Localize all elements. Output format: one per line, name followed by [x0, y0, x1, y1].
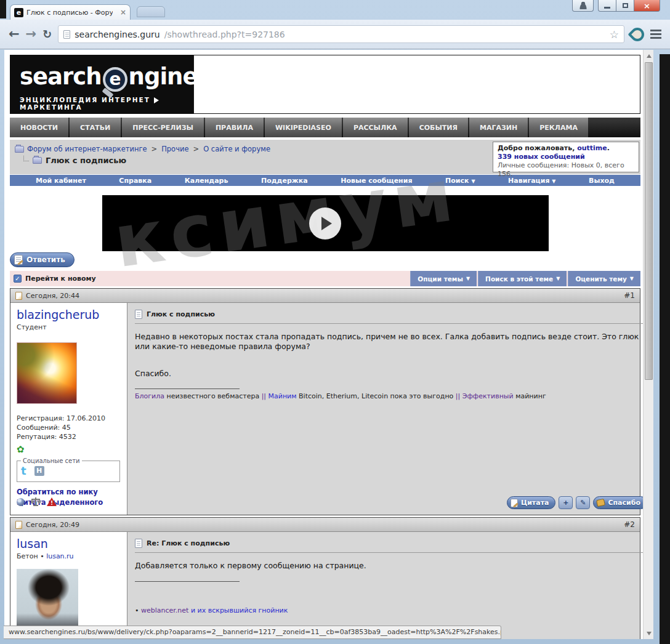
chevron-down-icon: ▼ [556, 276, 560, 281]
forward-button[interactable]: → [26, 28, 37, 41]
extension-icon[interactable] [628, 25, 647, 44]
breadcrumb-about[interactable]: О сайте и форуме [203, 145, 270, 153]
post-number-link[interactable]: #2 [624, 520, 635, 529]
goto-new-link[interactable]: Перейти к новому [25, 275, 96, 283]
url-bar[interactable]: searchengines.guru /showthread.php?t=927… [58, 25, 624, 43]
new-tab-button[interactable] [137, 6, 165, 17]
reply-button-label: Ответить [26, 256, 65, 264]
site-logo[interactable]: search e ngines ЭНЦИКЛОПЕДИЯ ИНТЕРНЕТМАР… [10, 55, 193, 114]
video-ad-banner[interactable]: ксимум [102, 195, 549, 251]
signature-link[interactable]: Майним [266, 392, 297, 400]
nav-item-events[interactable]: СОБЫТИЯ [409, 118, 468, 137]
titlebar[interactable]: e Глюк с подписью - Фору × × [0, 0, 670, 20]
nav-item-rules[interactable]: ПРАВИЛА [205, 118, 264, 137]
background-window-strip [660, 54, 670, 644]
thread-search-button[interactable]: Поиск в этой теме▼ [478, 271, 567, 286]
welcome-box: Добро пожаловать, outtime. 339 новых соо… [493, 142, 639, 172]
usernav-cabinet[interactable]: Мой кабинет [36, 177, 86, 185]
bookmark-star-icon[interactable]: ☆ [610, 28, 619, 41]
maximize-button[interactable] [616, 0, 634, 12]
nav-item-shop[interactable]: МАГАЗИН [469, 118, 528, 137]
reload-button[interactable]: ↻ [42, 28, 52, 41]
scroll-down-icon[interactable] [645, 629, 653, 637]
twitter-icon[interactable]: t [21, 466, 26, 476]
minimize-button[interactable] [598, 0, 616, 12]
reply-button[interactable]: Ответить [10, 252, 75, 267]
logo-tagline-1: ЭНЦИКЛОПЕДИЯ ИНТЕРНЕТ [20, 96, 150, 103]
logo-tagline-2: МАРКЕТИНГА [20, 103, 83, 111]
post-text: Добавляется только к первому сообщению н… [135, 561, 643, 571]
profile-button[interactable] [572, 0, 594, 12]
signature-link[interactable]: и их вскрывшийся гнойник [188, 606, 288, 614]
user-registration: Регистрация: 17.06.2010 [17, 414, 121, 423]
nav-item-mailing[interactable]: РАССЫЛКА [343, 118, 408, 137]
usernav-help[interactable]: Справка [119, 177, 151, 185]
habr-icon[interactable]: H [34, 466, 44, 476]
breadcrumb-other[interactable]: Прочие [161, 145, 188, 153]
status-url: www.searchengines.ru/bs/www/delivery/ck.… [9, 628, 501, 636]
page-icon [63, 30, 70, 39]
usernav-newposts[interactable]: Новые сообщения [341, 177, 412, 185]
signature-link[interactable]: Блогила [135, 392, 164, 400]
goto-new-icon[interactable]: ✓ [14, 275, 22, 283]
post-icon [15, 292, 22, 300]
back-button[interactable]: ← [9, 28, 20, 41]
user-title: Бетон • [17, 552, 46, 560]
username-link[interactable]: lusan [17, 537, 48, 550]
tab-close-icon[interactable]: × [120, 8, 126, 17]
post-text: Недавно в некоторых постах стала пропада… [135, 332, 643, 352]
quote-button[interactable]: Цитата [507, 496, 556, 509]
post-2-header: Сегодня, 20:49 #2 [10, 518, 640, 532]
nav-item-news[interactable]: НОВОСТИ [10, 118, 68, 137]
usernav-search[interactable]: Поиск ▼ [445, 177, 475, 185]
post-number-link[interactable]: #1 [624, 291, 635, 300]
signature-link[interactable]: Эффективный [460, 392, 513, 400]
page-viewport: search e ngines ЭНЦИКЛОПЕДИЯ ИНТЕРНЕТМАР… [4, 50, 643, 639]
status-bar: www.searchengines.ru/bs/www/delivery/ck.… [4, 626, 501, 639]
signature-divider [135, 581, 240, 582]
nav-item-ads[interactable]: РЕКЛАМА [529, 118, 588, 137]
reputation-scales-icon[interactable] [31, 497, 41, 506]
mention-by-nick-link[interactable]: Обратиться по нику [17, 488, 98, 496]
online-status-icon [17, 498, 25, 506]
report-warning-icon[interactable]: ! [47, 497, 57, 506]
new-messages-link[interactable]: 339 новых сообщений [498, 153, 634, 161]
nav-item-press[interactable]: ПРЕСС-РЕЛИЗЫ [122, 118, 204, 137]
breadcrumb-forum[interactable]: Форум об интернет-маркетинге [27, 145, 147, 153]
scrollbar[interactable] [643, 50, 653, 639]
maximize-icon [623, 3, 628, 8]
scroll-up-icon[interactable] [645, 52, 653, 60]
multiquote-button[interactable]: + [559, 496, 573, 509]
close-button[interactable]: × [634, 0, 660, 12]
thread-rate-button[interactable]: Оценить тему▼ [568, 271, 640, 286]
avatar[interactable] [17, 342, 77, 404]
menu-icon[interactable] [650, 30, 661, 31]
scrollbar-thumb[interactable] [645, 62, 653, 380]
current-user-link[interactable]: outtime [577, 144, 607, 152]
reply-pencil-icon [14, 255, 23, 265]
play-button[interactable] [309, 207, 341, 239]
usernav-support[interactable]: Поддержка [261, 177, 308, 185]
folder-icon [15, 146, 24, 153]
play-icon [321, 217, 332, 230]
user-site-link[interactable]: lusan.ru [46, 552, 73, 560]
signature-link[interactable]: weblancer.net [141, 606, 188, 614]
social-networks-legend: Социальные сети [21, 457, 82, 464]
browser-tab[interactable]: e Глюк с подписью - Фору × [10, 4, 131, 20]
icq-icon[interactable]: ✿ [17, 444, 25, 455]
post-date: Сегодня, 20:49 [26, 521, 79, 529]
welcome-greeting: Добро пожаловать, [498, 144, 577, 152]
tree-corner-icon [23, 156, 29, 161]
thread-options-button[interactable]: Опции темы▼ [410, 271, 477, 286]
nav-item-articles[interactable]: СТАТЬИ [70, 118, 121, 137]
logo-text-2: ngines [129, 63, 211, 90]
thanks-button[interactable]: Спасибо [593, 496, 643, 509]
minimize-icon [604, 7, 610, 9]
browser-window: e Глюк с подписью - Фору × × ← [0, 0, 670, 644]
signature: • weblancer.net и их вскрывшийся гнойник [135, 606, 643, 614]
chevron-down-icon: ▼ [552, 179, 555, 184]
username-link[interactable]: blazingcherub [17, 308, 99, 321]
nav-item-wikipediaseo[interactable]: WIKIPEDIASEO [265, 118, 342, 137]
quickedit-button[interactable]: ✎ [576, 496, 590, 509]
usernav-calendar[interactable]: Календарь [185, 177, 228, 185]
